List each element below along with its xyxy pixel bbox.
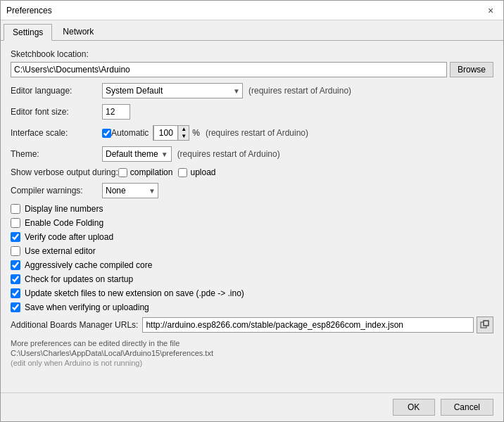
- additional-boards-input[interactable]: [142, 317, 474, 333]
- check-for-updates-row: Check for updates on startup: [11, 274, 493, 284]
- compiler-warnings-select[interactable]: None Default More All: [102, 183, 158, 198]
- external-link-icon: [480, 320, 490, 330]
- verbose-compilation-label[interactable]: compilation: [130, 167, 173, 177]
- spinner-buttons: ▲ ▼: [178, 126, 189, 140]
- title-bar: Preferences ×: [1, 1, 503, 20]
- verbose-options: compilation upload: [118, 167, 216, 177]
- scale-spinner: ▲ ▼: [153, 125, 189, 141]
- display-line-numbers-checkbox[interactable]: [11, 204, 20, 214]
- interface-scale-row: Interface scale: Automatic ▲ ▼ % (requir…: [11, 125, 493, 141]
- tab-network[interactable]: Network: [53, 23, 103, 40]
- editor-language-select-wrapper: System Default ▼: [102, 83, 243, 98]
- compiler-warnings-label: Compiler warnings:: [11, 186, 102, 196]
- spinner-down-button[interactable]: ▼: [179, 133, 189, 140]
- theme-select[interactable]: Default theme ▼: [102, 146, 172, 162]
- editor-language-select[interactable]: System Default: [102, 83, 243, 98]
- sketchbook-label: Sketchbook location:: [11, 49, 89, 59]
- checkboxes-section: Display line numbers Enable Code Folding…: [11, 204, 493, 312]
- aggressively-cache-checkbox[interactable]: [11, 260, 20, 270]
- interface-scale-hint: (requires restart of Arduino): [206, 128, 308, 138]
- compiler-warnings-row: Compiler warnings: None Default More All…: [11, 183, 493, 198]
- editor-language-row: Editor language: System Default ▼ (requi…: [11, 83, 493, 98]
- enable-code-folding-checkbox[interactable]: [11, 218, 20, 228]
- close-button[interactable]: ×: [484, 4, 498, 18]
- enable-code-folding-row: Enable Code Folding: [11, 218, 493, 228]
- editor-language-label: Editor language:: [11, 86, 102, 96]
- verbose-compilation-checkbox[interactable]: [118, 168, 127, 177]
- editor-font-size-label: Editor font size:: [11, 107, 102, 117]
- verify-code-checkbox[interactable]: [11, 232, 20, 242]
- additional-boards-icon-button[interactable]: [477, 316, 493, 333]
- use-external-editor-checkbox[interactable]: [11, 246, 20, 256]
- verbose-upload-checkbox[interactable]: [178, 168, 187, 177]
- auto-scale-checkbox[interactable]: [102, 129, 111, 138]
- tab-bar: Settings Network: [1, 20, 503, 41]
- interface-scale-label: Interface scale:: [11, 128, 102, 138]
- save-when-verifying-label[interactable]: Save when verifying or uploading: [25, 302, 149, 312]
- editor-language-hint: (requires restart of Arduino): [248, 86, 351, 96]
- display-line-numbers-row: Display line numbers: [11, 204, 493, 214]
- verbose-upload-label[interactable]: upload: [190, 167, 215, 177]
- display-line-numbers-label[interactable]: Display line numbers: [25, 204, 103, 214]
- settings-content: Sketchbook location: Browse Editor langu…: [1, 41, 503, 392]
- update-sketch-files-label[interactable]: Update sketch files to new extension on …: [25, 288, 244, 298]
- theme-label: Theme:: [11, 149, 102, 159]
- verbose-label: Show verbose output during:: [11, 167, 118, 177]
- compiler-warnings-select-wrapper: None Default More All ▼: [102, 183, 158, 198]
- verify-code-row: Verify code after upload: [11, 232, 493, 242]
- sketchbook-input[interactable]: [11, 62, 447, 77]
- ok-button[interactable]: OK: [393, 399, 435, 416]
- check-for-updates-label[interactable]: Check for updates on startup: [25, 274, 133, 284]
- additional-boards-label: Additional Boards Manager URLs:: [11, 320, 138, 330]
- spinner-up-button[interactable]: ▲: [179, 126, 189, 133]
- more-preferences-text: More preferences can be edited directly …: [11, 339, 493, 347]
- theme-hint: (requires restart of Arduino): [177, 149, 280, 159]
- aggressively-cache-row: Aggressively cache compiled core: [11, 260, 493, 270]
- cancel-button[interactable]: Cancel: [441, 399, 493, 416]
- theme-arrow-icon: ▼: [161, 151, 168, 158]
- dialog-title: Preferences: [6, 6, 52, 15]
- upload-check-wrapper: upload: [178, 167, 215, 177]
- compilation-check-wrapper: compilation: [118, 167, 173, 177]
- preferences-dialog: Preferences × Settings Network Sketchboo…: [0, 0, 504, 422]
- check-for-updates-checkbox[interactable]: [11, 274, 20, 284]
- theme-value: Default theme: [106, 149, 158, 159]
- editor-font-size-row: Editor font size:: [11, 104, 493, 120]
- use-external-editor-label[interactable]: Use external editor: [25, 246, 96, 256]
- verify-code-label[interactable]: Verify code after upload: [25, 232, 113, 242]
- percent-label: %: [192, 128, 200, 138]
- update-sketch-files-checkbox[interactable]: [11, 288, 20, 298]
- aggressively-cache-label[interactable]: Aggressively cache compiled core: [25, 260, 152, 270]
- save-when-verifying-row: Save when verifying or uploading: [11, 302, 493, 312]
- dialog-footer: OK Cancel: [1, 392, 503, 421]
- auto-scale-label[interactable]: Automatic: [111, 128, 149, 138]
- verbose-row: Show verbose output during: compilation …: [11, 167, 493, 177]
- enable-code-folding-label[interactable]: Enable Code Folding: [25, 218, 103, 228]
- editor-font-size-input[interactable]: [102, 104, 130, 120]
- theme-row: Theme: Default theme ▼ (requires restart…: [11, 146, 493, 162]
- tab-settings[interactable]: Settings: [4, 24, 52, 41]
- svg-rect-1: [484, 321, 489, 326]
- sketchbook-input-row: Browse: [11, 62, 493, 77]
- external-editor-row: Use external editor: [11, 246, 493, 256]
- save-when-verifying-checkbox[interactable]: [11, 302, 20, 312]
- browse-button[interactable]: Browse: [450, 62, 493, 77]
- update-sketch-files-row: Update sketch files to new extension on …: [11, 288, 493, 298]
- preferences-path: C:\Users\Charles\AppData\Local\Arduino15…: [11, 349, 493, 357]
- additional-boards-row: Additional Boards Manager URLs:: [11, 316, 493, 333]
- sketchbook-row: Sketchbook location: Browse: [11, 49, 493, 77]
- scale-value-input[interactable]: [153, 125, 178, 141]
- edit-only-note: (edit only when Arduino is not running): [11, 359, 493, 367]
